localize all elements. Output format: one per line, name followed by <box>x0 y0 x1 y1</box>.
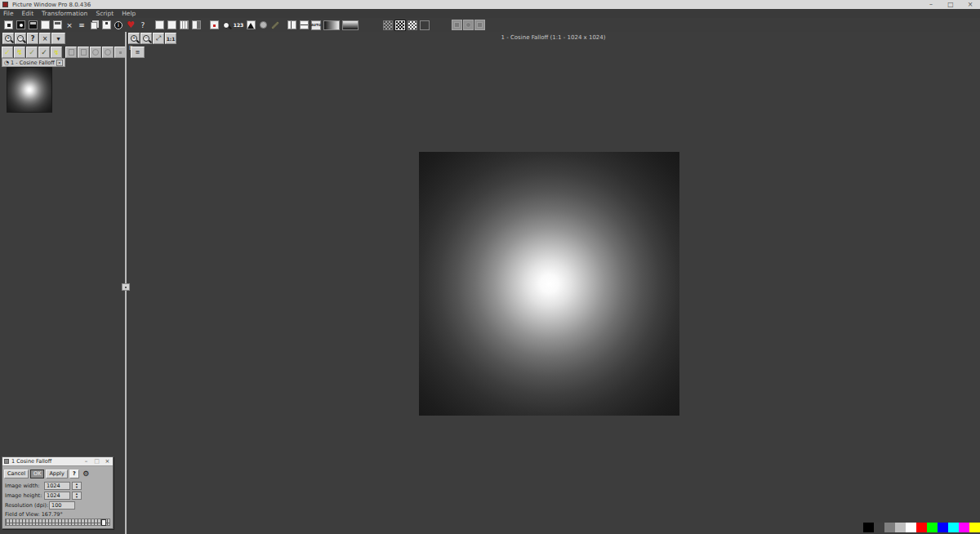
checker-pattern-icon-1 <box>383 20 393 30</box>
colorwheel-button[interactable] <box>257 20 269 31</box>
disabled-tool-icon-2 <box>466 22 471 28</box>
gradient-swatch-button-2[interactable] <box>341 20 359 31</box>
fov-slider-handle[interactable] <box>101 519 106 526</box>
auto-button[interactable]: AUTO <box>310 20 322 31</box>
image-height-field[interactable] <box>44 492 70 500</box>
panel-layout-button-3[interactable] <box>178 20 189 31</box>
color-swatch[interactable] <box>884 523 895 532</box>
numbers-button[interactable]: 123 <box>233 20 244 31</box>
clipboard-button[interactable] <box>100 20 112 31</box>
maximize-button[interactable]: □ <box>941 0 960 9</box>
main-image-canvas[interactable] <box>419 152 679 416</box>
open-image-button[interactable] <box>2 20 14 31</box>
color-swatch[interactable] <box>874 523 884 532</box>
lightning-icon: ↯ <box>54 49 60 56</box>
menu-item-edit[interactable]: Edit <box>22 10 34 17</box>
checker-pattern-button-3[interactable] <box>407 20 418 31</box>
color-swatch[interactable] <box>938 523 948 532</box>
minimize-button[interactable]: – <box>921 0 941 9</box>
zoom-in-icon: + <box>5 35 11 42</box>
mask-square-icon <box>69 49 74 56</box>
image-width-field[interactable] <box>44 482 70 490</box>
menu-item-script[interactable]: Script <box>96 10 114 17</box>
menu-item-file[interactable]: File <box>3 10 14 17</box>
image-tab-close-button[interactable]: × <box>56 60 63 66</box>
help-button[interactable]: ? <box>137 20 149 31</box>
splitter-handle[interactable] <box>122 283 130 291</box>
color-swatch[interactable] <box>959 523 969 532</box>
color-swatch[interactable] <box>916 523 927 532</box>
close-image-button[interactable]: × <box>64 20 75 31</box>
menu-item-transformation[interactable]: Transformation <box>42 10 87 17</box>
resolution-label: Resolution (dpi): <box>5 502 49 509</box>
copy-button[interactable] <box>88 20 100 31</box>
vertical-split-button[interactable] <box>286 20 297 31</box>
gradient-swatch-button-1[interactable] <box>323 20 341 31</box>
apply-check-button-3[interactable]: ✓ <box>26 47 38 58</box>
color-swatch[interactable] <box>969 523 980 532</box>
image-width-row: Image width: ▴ ▾ <box>5 481 113 490</box>
print-button[interactable] <box>51 20 63 31</box>
color-swatch[interactable] <box>948 523 959 532</box>
disabled-mask-button-3 <box>90 47 101 58</box>
checker-pattern-button-2[interactable] <box>394 20 406 31</box>
apply-check-button-1[interactable]: ✓ <box>2 47 13 58</box>
info-button[interactable]: i <box>113 20 124 31</box>
spin-down-icon[interactable]: ▾ <box>76 486 78 489</box>
dialog-title-bar[interactable]: 1 Cosine Falloff – □ × <box>2 457 113 466</box>
checker-pattern-button-1[interactable] <box>382 20 394 31</box>
camera-button[interactable] <box>15 20 26 31</box>
mask-dot-icon <box>119 51 122 54</box>
image-height-row: Image height: ▴ ▾ <box>5 491 113 500</box>
mask-circle-icon <box>105 49 111 56</box>
readout-button[interactable] <box>27 20 38 31</box>
dialog-help-button[interactable]: ? <box>69 469 79 478</box>
color-swatch[interactable] <box>906 523 916 532</box>
menu-lines-button[interactable]: ≡ <box>76 20 87 31</box>
favorites-button[interactable]: ♥ <box>125 20 136 31</box>
panel-layout-button-4[interactable] <box>190 20 202 31</box>
image-thumbnail[interactable] <box>7 67 52 113</box>
zoom-out-button[interactable]: − <box>15 33 26 44</box>
color-swatch[interactable] <box>895 523 906 532</box>
context-help-button[interactable]: ? <box>27 33 38 44</box>
fov-slider[interactable] <box>5 518 110 526</box>
apply-lightning-button[interactable]: ↯ <box>51 47 62 58</box>
menu-item-help[interactable]: Help <box>122 10 136 17</box>
apply-check-button-4[interactable]: ✓ <box>38 47 50 58</box>
checker-pattern-icon-3 <box>408 20 417 30</box>
dropdown-button[interactable]: ▾ <box>51 33 65 44</box>
clipboard-icon <box>102 20 111 29</box>
field-of-view-label: Field of View: 167.79° <box>5 511 113 518</box>
ok-button[interactable]: OK <box>30 469 44 478</box>
close-view-button[interactable]: × <box>39 33 51 44</box>
dialog-close-button[interactable]: × <box>102 457 113 466</box>
settings-button[interactable]: ⚙ <box>81 469 91 478</box>
resolution-field[interactable] <box>49 501 75 510</box>
cancel-button[interactable]: Cancel <box>4 469 29 478</box>
panel-layout-button-1[interactable] <box>154 20 165 31</box>
dialog-minimize-button[interactable]: – <box>81 457 91 466</box>
spin-down-icon[interactable]: ▾ <box>76 496 78 499</box>
apply-check-button-2[interactable]: ↯ <box>14 47 25 58</box>
pattern-tool-group <box>382 20 430 31</box>
color-swatch[interactable] <box>927 523 938 532</box>
image-height-stepper[interactable]: ▴ ▾ <box>72 492 82 500</box>
magnifier-button[interactable] <box>220 20 232 31</box>
annotate-button[interactable] <box>270 20 281 31</box>
image-width-stepper[interactable]: ▴ ▾ <box>72 482 82 490</box>
zoom-in-button[interactable]: + <box>2 33 14 44</box>
color-swatch[interactable] <box>863 523 874 532</box>
browse-button[interactable] <box>208 20 220 31</box>
mask-options-button[interactable]: ≡ <box>131 47 145 58</box>
grid-pattern-button[interactable] <box>419 20 430 31</box>
horizontal-split-button[interactable] <box>298 20 310 31</box>
new-image-button[interactable] <box>39 20 51 31</box>
panel-layout-button-2[interactable] <box>166 20 177 31</box>
close-button[interactable]: × <box>960 0 980 9</box>
image-tab[interactable]: ◔ 1 - Cosine Falloff × <box>2 58 65 67</box>
histogram-button[interactable] <box>245 20 256 31</box>
apply-button[interactable]: Apply <box>46 469 67 478</box>
main-toolbar: × ≡ i ♥ ? 123 AUTO <box>0 18 980 32</box>
mask-square-icon <box>81 49 87 56</box>
